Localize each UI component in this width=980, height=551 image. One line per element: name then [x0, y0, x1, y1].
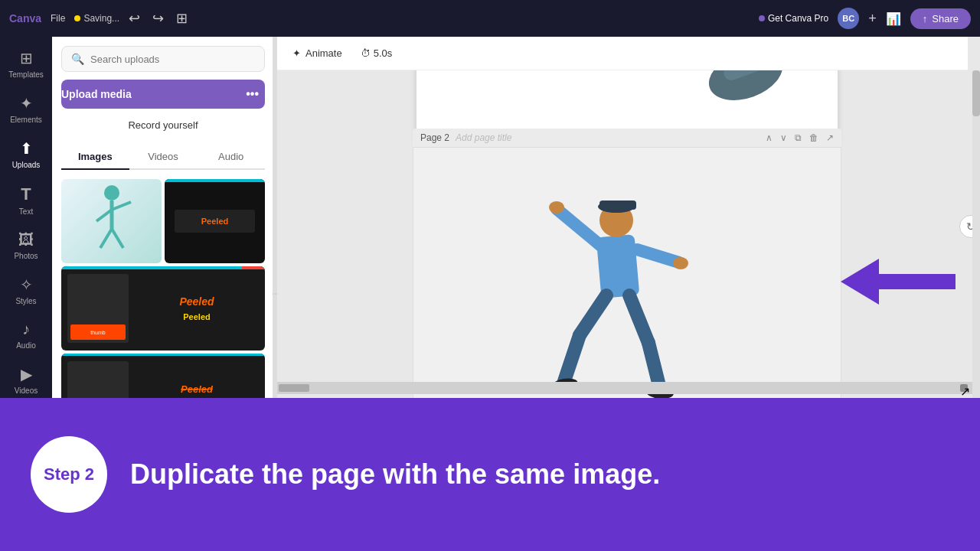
export-icon[interactable]: ↗: [826, 132, 834, 143]
saving-label: Saving...: [83, 13, 119, 24]
sidebar-label-photos: Photos: [14, 252, 38, 260]
sidebar-label-templates: Templates: [8, 70, 44, 79]
upload-thumbnail-slide1[interactable]: Peeled: [165, 179, 265, 263]
page2-title-placeholder[interactable]: Add page title: [456, 132, 511, 143]
page2-canvas: ↻: [413, 147, 841, 419]
sidebar-label-elements: Elements: [10, 116, 42, 124]
share-icon: ↑: [923, 13, 928, 24]
styles-icon: ✧: [20, 276, 33, 294]
dancer-figure: [526, 159, 710, 407]
svg-point-15: [673, 257, 688, 269]
text-icon: T: [21, 184, 31, 204]
audio-icon: ♪: [22, 321, 30, 338]
sidebar-item-elements[interactable]: ✦ Elements: [3, 88, 49, 130]
tab-images[interactable]: Images: [61, 145, 129, 170]
sidebar-label-text: Text: [19, 207, 33, 216]
expand-strip-icon[interactable]: ↗: [960, 384, 968, 392]
svg-line-13: [637, 249, 679, 262]
delete-icon[interactable]: 🗑: [809, 132, 818, 143]
tab-audio[interactable]: Audio: [197, 145, 265, 170]
step-circle: Step 2: [31, 436, 107, 513]
sidebar-item-templates[interactable]: ⊞ Templates: [3, 43, 49, 85]
uploads-icon: ⬆: [20, 139, 33, 158]
topbar-right: Get Canva Pro BC + 📊 ↑ Share: [759, 8, 971, 29]
sidebar-item-audio[interactable]: ♪ Audio: [3, 315, 49, 356]
thumb-strip-item: [279, 384, 309, 392]
animate-button[interactable]: ✦ Animate: [286, 44, 348, 62]
sidebar-label-styles: Styles: [15, 297, 36, 305]
page2-label: Page 2: [420, 132, 449, 143]
saving-indicator: Saving...: [74, 13, 119, 24]
tab-videos[interactable]: Videos: [129, 145, 198, 170]
sidebar-label-uploads: Uploads: [12, 161, 41, 169]
bottom-overlay: Step 2 Duplicate the page with the same …: [0, 398, 980, 551]
wave-shape: [0, 398, 980, 406]
step-number: Step 2: [44, 465, 94, 484]
sidebar-item-text[interactable]: T Text: [3, 178, 49, 222]
svg-point-14: [549, 201, 564, 214]
purple-arrow: [841, 255, 956, 311]
sidebar-label-audio: Audio: [16, 341, 36, 350]
sidebar-item-uploads[interactable]: ⬆ Uploads: [3, 133, 49, 175]
saving-dot: [74, 15, 80, 21]
sidebar-item-photos[interactable]: 🖼 Photos: [3, 225, 49, 266]
handle-dots-icon: ⋮: [272, 291, 279, 297]
svg-marker-22: [841, 259, 956, 305]
search-input[interactable]: [90, 54, 255, 65]
upload-more-icon: •••: [246, 87, 265, 101]
svg-line-16: [580, 295, 606, 335]
media-tabs: Images Videos Audio: [61, 145, 265, 170]
redo-icon[interactable]: ↪: [152, 10, 164, 27]
analytics-button[interactable]: 📊: [886, 11, 901, 26]
step-description: Duplicate the page with the same image.: [130, 458, 660, 491]
svg-point-0: [104, 185, 119, 201]
animate-icon: ✦: [292, 47, 301, 59]
page2-container: Page 2 Add page title ∧ ∨ ⧉ 🗑 ↗: [413, 129, 841, 419]
svg-line-12: [557, 209, 603, 247]
page-thumb-strip: ↗: [274, 382, 972, 394]
collapse-icon[interactable]: ∧: [766, 132, 773, 143]
page2-header: Page 2 Add page title ∧ ∨ ⧉ 🗑 ↗: [413, 129, 841, 147]
share-button[interactable]: ↑ Share: [910, 8, 971, 29]
svg-line-4: [100, 229, 112, 248]
upload-thumbnail-dancer[interactable]: [61, 179, 162, 263]
topbar-icons: ↩ ↪ ⊞: [129, 10, 188, 27]
svg-line-18: [629, 295, 648, 343]
svg-line-17: [564, 335, 580, 381]
upload-thumbnail-slide2[interactable]: thumb Peeled Peeled: [61, 266, 265, 350]
get-pro-button[interactable]: Get Canva Pro: [759, 13, 828, 24]
page2-actions: ∧ ∨ ⧉ 🗑 ↗: [766, 132, 834, 143]
templates-icon: ⊞: [20, 49, 33, 67]
duplicate-icon[interactable]: ⧉: [795, 132, 802, 143]
plus-icon[interactable]: +: [868, 11, 877, 27]
canvas-scrollbar-thumb: [972, 70, 980, 116]
videos-icon: ▶: [21, 365, 32, 383]
file-menu[interactable]: File: [51, 13, 65, 24]
svg-line-3: [112, 202, 131, 210]
search-bar: 🔍: [61, 46, 265, 72]
expand-icon[interactable]: ∨: [780, 132, 787, 143]
pro-dot-icon: [759, 15, 765, 21]
clock-icon: ⏱: [361, 47, 371, 59]
avatar[interactable]: BC: [838, 8, 859, 29]
svg-line-5: [112, 229, 123, 248]
photos-icon: 🖼: [18, 231, 34, 249]
app-logo: Canva: [9, 12, 41, 24]
upload-media-button[interactable]: Upload media •••: [61, 80, 265, 109]
topbar: Canva File Saving... ↩ ↪ ⊞ Get Canva Pro…: [0, 0, 980, 37]
sidebar-label-videos: Videos: [15, 386, 38, 395]
sidebar-item-videos[interactable]: ▶ Videos: [3, 359, 49, 401]
elements-icon: ✦: [20, 94, 33, 112]
svg-line-2: [96, 210, 112, 221]
undo-icon[interactable]: ↩: [129, 10, 140, 27]
media-controls-bar: ✦ Animate ⏱ 5.0s: [274, 37, 968, 70]
resize-icon[interactable]: ⊞: [176, 10, 188, 27]
search-icon: 🔍: [71, 53, 84, 65]
svg-rect-11: [599, 201, 636, 210]
record-yourself-button[interactable]: Record yourself: [61, 115, 265, 135]
sidebar-item-styles[interactable]: ✧ Styles: [3, 269, 49, 311]
duration-display[interactable]: ⏱ 5.0s: [361, 47, 393, 59]
